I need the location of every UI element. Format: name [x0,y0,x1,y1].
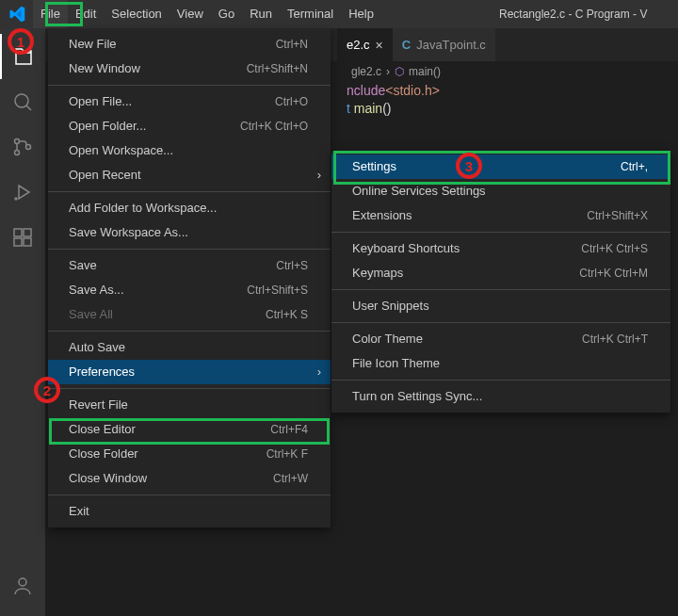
keyboard-shortcut: Ctrl+K Ctrl+M [579,261,648,285]
menu-item-label: Turn on Settings Sync... [352,384,482,409]
menu-item[interactable]: Save Workspace As... [48,220,331,245]
window-title: Rectangle2.c - C Program - V [499,8,647,21]
menu-item-label: Open Recent [69,163,141,187]
preferences-submenu: SettingsCtrl+,Online Services SettingsEx… [331,151,670,413]
menu-item-label: Auto Save [69,335,125,360]
menu-item-label: New File [69,32,117,57]
keyboard-shortcut: Ctrl+K Ctrl+S [581,236,648,261]
menu-item[interactable]: Save As...Ctrl+Shift+S [48,278,331,302]
keyboard-shortcut: Ctrl+K Ctrl+T [582,327,648,351]
tab-active[interactable]: e2.c × [337,28,393,61]
keyboard-shortcut: Ctrl+K Ctrl+O [240,114,308,138]
svg-point-9 [19,578,26,586]
extensions-icon[interactable] [0,215,45,260]
menu-run[interactable]: Run [242,0,280,28]
menu-item-label: Preferences [69,360,135,384]
code-token: main [354,101,382,116]
tab-javatpoint[interactable]: C JavaTpoint.c [393,28,495,61]
menu-item-label: Open File... [69,89,132,114]
keyboard-shortcut: Ctrl+F4 [270,417,308,442]
menu-item-label: Color Theme [352,327,423,351]
search-icon[interactable] [0,79,45,124]
menu-edit[interactable]: Edit [68,0,104,28]
menu-item[interactable]: User Snippets [331,294,670,318]
menu-item[interactable]: ExtensionsCtrl+Shift+X [331,203,670,228]
menu-item-label: Online Services Settings [352,179,486,203]
menu-help[interactable]: Help [341,0,381,28]
breadcrumb-symbol: main() [409,65,441,78]
menu-selection[interactable]: Selection [104,0,169,28]
menu-file[interactable]: File [33,0,68,28]
explorer-icon[interactable] [0,34,45,79]
menu-item-label: Open Workspace... [69,138,173,163]
c-file-icon: C [402,38,411,52]
menu-item-label: Save As... [69,278,124,302]
menu-item[interactable]: Auto Save [48,335,331,360]
vscode-logo-icon [0,0,33,28]
menu-item[interactable]: Close FolderCtrl+K F [48,442,331,466]
menu-item[interactable]: Open Recent› [48,163,331,187]
svg-point-2 [15,151,20,155]
menu-item[interactable]: SettingsCtrl+, [331,154,670,179]
menu-item[interactable]: Color ThemeCtrl+K Ctrl+T [331,327,670,351]
menu-item[interactable]: Save AllCtrl+K S [48,302,331,327]
close-icon[interactable]: × [376,38,383,53]
menu-item[interactable]: KeymapsCtrl+K Ctrl+M [331,261,670,285]
menu-item-label: Extensions [352,203,412,228]
keyboard-shortcut: Ctrl+W [273,466,308,491]
menu-item[interactable]: Open Workspace... [48,138,331,163]
menu-item[interactable]: Open File...Ctrl+O [48,89,331,114]
keyboard-shortcut: Ctrl+K F [266,442,308,466]
menu-item[interactable]: Turn on Settings Sync... [331,384,670,409]
menu-item-label: Close Window [69,466,147,491]
menu-item-label: Revert File [69,393,128,417]
keyboard-shortcut: Ctrl+Shift+N [247,57,308,81]
method-icon: ⬡ [395,65,404,78]
run-debug-icon[interactable] [0,170,45,215]
menu-item[interactable]: Open Folder...Ctrl+K Ctrl+O [48,114,331,138]
menu-item-label: Save Workspace As... [69,220,188,245]
source-control-icon[interactable] [0,124,45,170]
menu-item-label: User Snippets [352,294,429,318]
menu-item[interactable]: Preferences› [48,360,331,384]
menu-item-label: Exit [69,499,89,524]
menu-item[interactable]: New FileCtrl+N [48,32,331,57]
svg-point-3 [26,145,31,150]
accounts-icon[interactable] [0,563,45,608]
menu-item[interactable]: Keyboard ShortcutsCtrl+K Ctrl+S [331,236,670,261]
menu-item[interactable]: Add Folder to Workspace... [48,196,331,220]
chevron-right-icon: › [386,65,390,78]
code-token: nclude [347,83,385,98]
menu-bar: File Edit Selection View Go Run Terminal… [33,0,381,28]
menu-item-label: Close Editor [69,417,136,442]
menu-item[interactable]: Revert File [48,393,331,417]
menu-terminal[interactable]: Terminal [280,0,341,28]
menu-item[interactable]: Online Services Settings [331,179,670,203]
tab-label: e2.c [347,38,370,52]
menu-item[interactable]: New WindowCtrl+Shift+N [48,57,331,81]
menu-view[interactable]: View [170,0,211,28]
menu-item-label: Save [69,253,97,278]
menu-go[interactable]: Go [211,0,242,28]
menu-item-label: Add Folder to Workspace... [69,196,217,220]
code-token: () [382,101,391,116]
menu-item-label: Save All [69,302,113,327]
keyboard-shortcut: Ctrl+O [275,89,308,114]
code-token: <stdio.h> [385,83,440,98]
keyboard-shortcut: Ctrl+K S [266,302,308,327]
menu-item[interactable]: Close WindowCtrl+W [48,466,331,491]
keyboard-shortcut: Ctrl+Shift+X [587,203,648,228]
svg-point-4 [15,198,17,200]
svg-rect-5 [14,229,22,236]
menu-item-label: Open Folder... [69,114,146,138]
menu-item[interactable]: Close EditorCtrl+F4 [48,417,331,442]
menu-item[interactable]: File Icon Theme [331,351,670,376]
menu-item[interactable]: SaveCtrl+S [48,253,331,278]
menu-item-label: New Window [69,57,140,81]
keyboard-shortcut: Ctrl+Shift+S [247,278,308,302]
menu-item[interactable]: Exit [48,499,331,524]
tab-label: JavaTpoint.c [416,38,486,52]
breadcrumb-file: gle2.c [351,65,381,78]
activity-bar [0,28,45,616]
menu-item-label: Close Folder [69,442,138,466]
